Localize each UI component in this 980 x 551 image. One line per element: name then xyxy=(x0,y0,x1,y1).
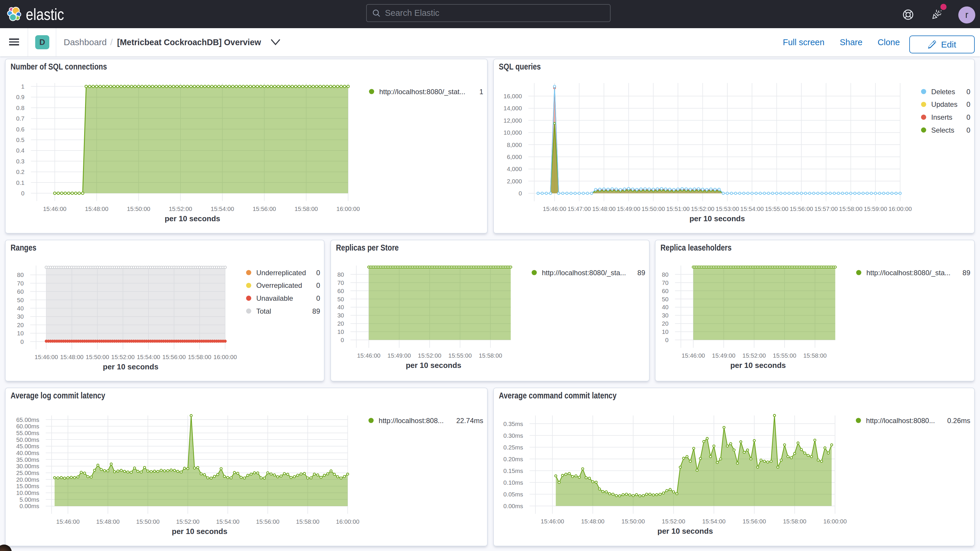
svg-text:15:50:00: 15:50:00 xyxy=(622,518,645,525)
svg-text:25.00ms: 25.00ms xyxy=(16,470,39,476)
svg-text:5.00ms: 5.00ms xyxy=(20,496,39,503)
svg-text:14,000: 14,000 xyxy=(503,105,522,111)
svg-text:65.00ms: 65.00ms xyxy=(16,416,39,423)
svg-text:0.6: 0.6 xyxy=(16,126,25,133)
svg-text:50: 50 xyxy=(337,296,344,303)
svg-text:16:00:00: 16:00:00 xyxy=(336,518,360,525)
svg-text:0.00ms: 0.00ms xyxy=(503,503,523,510)
svg-text:Updates: Updates xyxy=(931,100,958,108)
svg-text:15:54:00: 15:54:00 xyxy=(702,518,725,525)
svg-text:0: 0 xyxy=(340,336,344,343)
svg-text:15:50:00: 15:50:00 xyxy=(136,518,160,525)
svg-text:70: 70 xyxy=(17,280,24,287)
svg-text:15:50:00: 15:50:00 xyxy=(127,205,150,212)
svg-text:Deletes: Deletes xyxy=(931,88,955,96)
svg-text:50.00ms: 50.00ms xyxy=(16,436,39,443)
svg-text:Unavailable: Unavailable xyxy=(256,294,293,302)
svg-text:16:00:00: 16:00:00 xyxy=(336,205,360,212)
svg-text:0: 0 xyxy=(665,336,668,343)
svg-text:15:47:00: 15:47:00 xyxy=(568,205,591,212)
svg-text:per 10 seconds: per 10 seconds xyxy=(165,214,220,223)
svg-text:0: 0 xyxy=(21,190,24,197)
svg-text:16:00:00: 16:00:00 xyxy=(213,354,237,360)
svg-text:http://localhost:808...: http://localhost:808... xyxy=(379,417,444,425)
svg-text:15:52:00: 15:52:00 xyxy=(111,354,135,360)
svg-text:Selects: Selects xyxy=(931,126,955,134)
svg-text:per 10 seconds: per 10 seconds xyxy=(730,361,786,370)
svg-text:30: 30 xyxy=(662,312,669,318)
svg-text:15:58:00: 15:58:00 xyxy=(803,352,827,359)
svg-text:0.3: 0.3 xyxy=(16,158,25,165)
svg-text:15:52:00: 15:52:00 xyxy=(662,518,686,525)
svg-text:15:46:00: 15:46:00 xyxy=(543,205,566,212)
svg-text:0: 0 xyxy=(519,190,522,197)
svg-text:15:58:00: 15:58:00 xyxy=(839,205,862,212)
svg-text:15:54:00: 15:54:00 xyxy=(740,205,764,212)
svg-text:20: 20 xyxy=(337,320,344,327)
svg-text:2,000: 2,000 xyxy=(507,178,522,185)
svg-text:40: 40 xyxy=(662,304,669,311)
svg-text:15:49:00: 15:49:00 xyxy=(388,352,411,359)
svg-text:Inserts: Inserts xyxy=(931,113,953,121)
svg-text:15:58:00: 15:58:00 xyxy=(296,518,320,525)
svg-text:0: 0 xyxy=(20,338,24,345)
svg-text:0.9: 0.9 xyxy=(16,94,25,100)
svg-text:15:48:00: 15:48:00 xyxy=(60,354,84,360)
svg-text:16:00:00: 16:00:00 xyxy=(823,518,847,525)
svg-text:15:46:00: 15:46:00 xyxy=(682,352,705,359)
svg-text:15:49:00: 15:49:00 xyxy=(617,205,640,212)
svg-text:15:54:00: 15:54:00 xyxy=(137,354,160,360)
svg-text:15:58:00: 15:58:00 xyxy=(188,354,211,360)
svg-text:4,000: 4,000 xyxy=(507,166,522,172)
svg-text:http://localhost:8080/_sta...: http://localhost:8080/_sta... xyxy=(867,269,951,277)
svg-text:60: 60 xyxy=(17,288,24,295)
svg-text:10: 10 xyxy=(337,328,344,335)
svg-text:15:57:00: 15:57:00 xyxy=(814,205,838,212)
svg-text:per 10 seconds: per 10 seconds xyxy=(657,527,713,535)
svg-text:0.26ms: 0.26ms xyxy=(947,417,970,425)
svg-text:15:48:00: 15:48:00 xyxy=(581,518,605,525)
svg-text:0.00ms: 0.00ms xyxy=(20,503,39,510)
svg-text:15:55:00: 15:55:00 xyxy=(765,205,788,212)
svg-text:20: 20 xyxy=(662,320,669,327)
svg-text:Underreplicated: Underreplicated xyxy=(256,269,306,277)
svg-text:89: 89 xyxy=(963,269,970,277)
svg-text:15:54:00: 15:54:00 xyxy=(216,518,239,525)
svg-text:per 10 seconds: per 10 seconds xyxy=(103,362,158,371)
svg-text:0.15ms: 0.15ms xyxy=(503,467,523,474)
svg-text:15.00ms: 15.00ms xyxy=(16,483,39,489)
svg-text:15:46:00: 15:46:00 xyxy=(56,518,80,525)
svg-text:0: 0 xyxy=(967,113,970,121)
svg-text:10: 10 xyxy=(662,328,669,335)
svg-text:0.35ms: 0.35ms xyxy=(503,420,523,427)
svg-text:0.5: 0.5 xyxy=(16,137,25,143)
svg-text:0: 0 xyxy=(316,294,320,302)
svg-text:15:58:00: 15:58:00 xyxy=(479,352,502,359)
svg-text:70: 70 xyxy=(662,279,669,286)
svg-text:per 10 seconds: per 10 seconds xyxy=(689,214,745,223)
svg-text:15:48:00: 15:48:00 xyxy=(85,205,108,212)
svg-text:0: 0 xyxy=(316,269,320,277)
svg-text:15:52:00: 15:52:00 xyxy=(176,518,199,525)
svg-text:per 10 seconds: per 10 seconds xyxy=(172,527,228,536)
svg-text:0.10ms: 0.10ms xyxy=(503,479,523,486)
svg-text:15:52:00: 15:52:00 xyxy=(418,352,441,359)
svg-text:0.1: 0.1 xyxy=(16,179,25,186)
svg-text:15:56:00: 15:56:00 xyxy=(789,205,813,212)
svg-text:45.00ms: 45.00ms xyxy=(16,443,39,449)
svg-text:80: 80 xyxy=(337,271,344,278)
svg-text:0.05ms: 0.05ms xyxy=(503,491,523,498)
svg-text:15:52:00: 15:52:00 xyxy=(742,352,766,359)
svg-text:16,000: 16,000 xyxy=(503,93,522,99)
svg-text:15:46:00: 15:46:00 xyxy=(357,352,380,359)
svg-text:15:46:00: 15:46:00 xyxy=(43,205,67,212)
svg-text:89: 89 xyxy=(637,269,645,277)
svg-text:10,000: 10,000 xyxy=(503,129,522,136)
svg-text:0: 0 xyxy=(967,100,970,108)
svg-text:60.00ms: 60.00ms xyxy=(16,423,39,430)
svg-text:15:58:00: 15:58:00 xyxy=(783,518,806,525)
svg-text:80: 80 xyxy=(662,271,669,278)
svg-text:0.7: 0.7 xyxy=(16,115,25,122)
svg-text:22.74ms: 22.74ms xyxy=(456,417,483,425)
svg-text:40: 40 xyxy=(337,304,344,311)
